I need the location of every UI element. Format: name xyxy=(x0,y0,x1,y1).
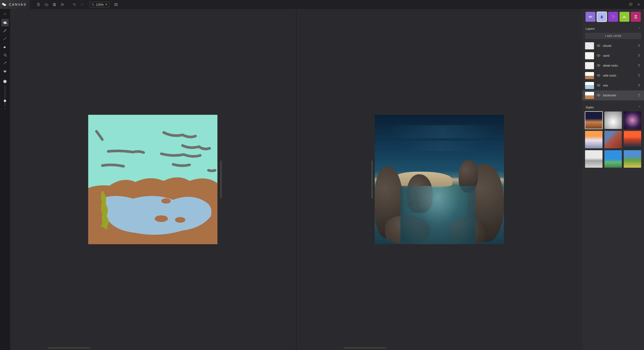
eyedropper-tool[interactable] xyxy=(1,59,9,67)
svg-point-30 xyxy=(598,85,599,86)
layer-name-label: detail rocks xyxy=(603,64,635,67)
material-mountain[interactable] xyxy=(620,12,630,22)
style-blue-sky-lake[interactable] xyxy=(604,150,622,168)
layer-row-sea[interactable]: sea xyxy=(582,81,644,90)
add-layer-button[interactable]: + ADD LAYER xyxy=(585,33,641,39)
svg-point-20 xyxy=(101,224,104,227)
collapse-layers-icon[interactable]: ⌃ xyxy=(638,27,641,31)
cloud-brush-tool[interactable] xyxy=(1,19,9,27)
undo-button[interactable] xyxy=(71,1,78,8)
layer-row-clouds[interactable]: clouds xyxy=(582,41,644,51)
feedback-button[interactable] xyxy=(628,1,634,8)
brush-min-icon xyxy=(5,108,6,109)
svg-point-22 xyxy=(612,16,613,16)
collapse-styles-icon[interactable]: ⌃ xyxy=(638,106,641,109)
grid-tool-icon[interactable] xyxy=(1,11,9,19)
layers-title: Layers xyxy=(586,27,595,31)
scrollbar-vertical[interactable] xyxy=(372,160,373,198)
layer-thumb-icon xyxy=(585,72,594,79)
svg-point-15 xyxy=(161,198,171,204)
delete-layer-icon[interactable] xyxy=(638,44,641,48)
new-file-button[interactable] xyxy=(35,1,42,8)
scrollbar-horizontal-left[interactable] xyxy=(48,347,90,348)
svg-point-7 xyxy=(5,13,5,14)
visibility-toggle-icon[interactable] xyxy=(596,84,600,87)
nvidia-logo-icon xyxy=(2,2,6,7)
scrollbar-vertical[interactable] xyxy=(220,160,222,198)
svg-point-19 xyxy=(104,221,107,224)
svg-point-10 xyxy=(5,15,5,15)
layer-row-detail-rocks[interactable]: detail rocks xyxy=(582,61,644,71)
fill-tool[interactable] xyxy=(1,51,9,59)
export-button[interactable] xyxy=(59,1,66,8)
output-canvas[interactable] xyxy=(375,115,504,244)
visibility-toggle-icon[interactable] xyxy=(596,74,600,77)
style-green-hills[interactable] xyxy=(624,150,641,168)
delete-layer-icon[interactable] xyxy=(638,64,641,68)
style-arch-stars[interactable] xyxy=(624,111,641,129)
top-toolbar: CANVAS 130% ▼ xyxy=(0,0,644,9)
segmentation-canvas[interactable] xyxy=(88,115,218,244)
svg-point-21 xyxy=(106,227,108,229)
layer-row-side-rocks[interactable]: side rocks xyxy=(582,71,644,81)
brush-size-track[interactable] xyxy=(5,85,5,106)
layers-header: Layers ⌃ xyxy=(582,25,644,33)
save-file-button[interactable] xyxy=(51,1,58,8)
layer-thumb-icon xyxy=(585,42,594,49)
svg-point-29 xyxy=(598,75,599,76)
style-red-peak[interactable] xyxy=(604,131,622,148)
material-stars[interactable] xyxy=(608,12,618,22)
style-clouds[interactable] xyxy=(604,111,622,129)
delete-layer-icon[interactable] xyxy=(638,93,641,98)
layer-name-label: side rocks xyxy=(603,74,635,77)
layer-row-backrocks[interactable]: backrocks xyxy=(582,90,644,100)
redo-button[interactable] xyxy=(79,1,86,8)
svg-point-27 xyxy=(598,55,599,56)
brand-block: CANVAS xyxy=(0,0,30,9)
svg-point-6 xyxy=(4,13,4,14)
zoom-dropdown[interactable]: 130% ▼ xyxy=(89,2,110,7)
delete-layer-icon[interactable] xyxy=(638,73,641,78)
svg-rect-0 xyxy=(54,5,55,6)
svg-point-8 xyxy=(6,13,6,14)
style-sunset-fog[interactable] xyxy=(585,131,602,148)
open-file-button[interactable] xyxy=(43,1,50,8)
svg-point-24 xyxy=(612,17,613,18)
workspace xyxy=(10,9,582,350)
pan-tool[interactable] xyxy=(1,67,9,75)
brush-tool[interactable] xyxy=(1,27,9,35)
brush-size-slider[interactable] xyxy=(3,80,6,109)
settings-button[interactable] xyxy=(636,1,642,8)
svg-point-5 xyxy=(638,4,639,5)
layer-thumb-icon xyxy=(585,52,594,59)
layer-row-sand[interactable]: sand xyxy=(582,51,644,61)
svg-point-31 xyxy=(598,94,599,96)
visibility-toggle-icon[interactable] xyxy=(596,94,600,97)
style-ocean-sunset[interactable] xyxy=(624,131,641,148)
material-swatches xyxy=(582,9,644,25)
svg-rect-2 xyxy=(114,3,116,6)
eraser-tool[interactable] xyxy=(1,43,9,51)
layer-thumb-icon xyxy=(585,92,594,99)
layer-name-label: sand xyxy=(603,54,635,57)
line-tool[interactable] xyxy=(1,35,9,43)
delete-layer-icon[interactable] xyxy=(638,83,641,88)
style-snow-mountain[interactable] xyxy=(585,150,602,168)
segmentation-canvas-pane xyxy=(10,9,296,350)
layer-name-label: sea xyxy=(603,84,635,87)
material-building[interactable] xyxy=(631,12,641,22)
brush-size-preview-icon xyxy=(3,80,6,83)
material-water[interactable] xyxy=(586,12,596,22)
visibility-toggle-icon[interactable] xyxy=(596,44,600,48)
visibility-toggle-icon[interactable] xyxy=(596,64,600,68)
svg-point-23 xyxy=(614,16,614,17)
svg-point-13 xyxy=(155,215,168,222)
style-canyon-night[interactable] xyxy=(585,111,602,129)
visibility-toggle-icon[interactable] xyxy=(596,54,600,58)
delete-layer-icon[interactable] xyxy=(638,54,641,58)
compare-view-button[interactable] xyxy=(113,1,119,8)
scrollbar-horizontal-right[interactable] xyxy=(344,347,386,348)
layer-thumb-icon xyxy=(585,62,594,69)
material-fog[interactable] xyxy=(597,12,607,22)
svg-point-14 xyxy=(175,217,185,223)
